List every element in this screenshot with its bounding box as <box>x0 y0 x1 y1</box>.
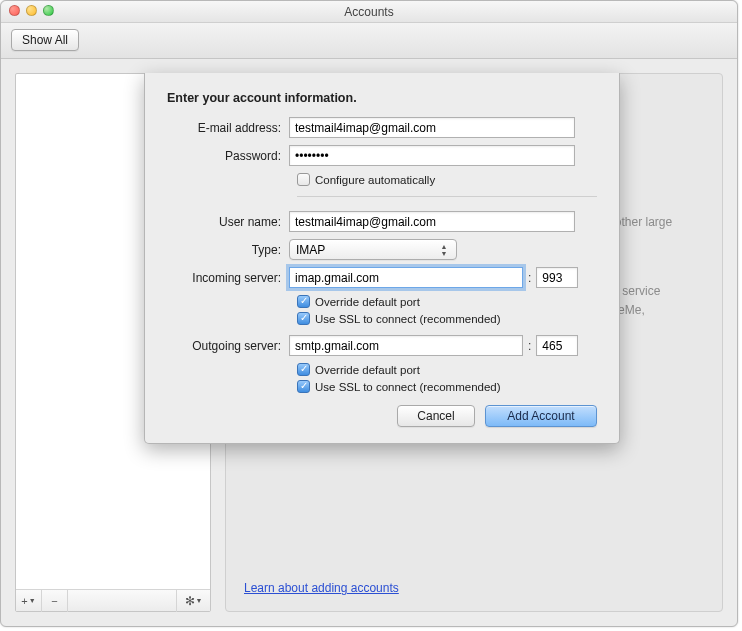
username-field[interactable] <box>289 211 575 232</box>
incoming-server-field[interactable] <box>289 267 523 288</box>
incoming-ssl-label: Use SSL to connect (recommended) <box>315 313 501 325</box>
outgoing-override-port-label: Override default port <box>315 364 420 376</box>
divider <box>297 196 597 197</box>
colon: : <box>528 271 531 285</box>
plus-icon: + <box>21 595 27 607</box>
configure-auto-label: Configure automatically <box>315 174 435 186</box>
incoming-ssl-checkbox[interactable] <box>297 312 310 325</box>
account-setup-sheet: Enter your account information. E-mail a… <box>144 73 620 444</box>
main-panel: To get started, select an account type. … <box>225 73 723 612</box>
chevron-down-icon: ▼ <box>29 597 36 604</box>
gear-icon: ✻ <box>185 594 195 608</box>
titlebar: Accounts <box>1 1 737 23</box>
sheet-heading: Enter your account information. <box>167 91 597 105</box>
outgoing-server-field[interactable] <box>289 335 523 356</box>
outgoing-override-port-checkbox[interactable] <box>297 363 310 376</box>
minimize-icon[interactable] <box>26 5 37 16</box>
zoom-icon[interactable] <box>43 5 54 16</box>
learn-link[interactable]: Learn about adding accounts <box>244 581 399 595</box>
email-label: E-mail address: <box>167 121 289 135</box>
username-label: User name: <box>167 215 289 229</box>
incoming-override-port-checkbox[interactable] <box>297 295 310 308</box>
add-account-button[interactable]: Add Account <box>485 405 597 427</box>
outgoing-ssl-label: Use SSL to connect (recommended) <box>315 381 501 393</box>
close-icon[interactable] <box>9 5 20 16</box>
show-all-button[interactable]: Show All <box>11 29 79 51</box>
remove-account-button[interactable]: − <box>42 590 68 612</box>
password-label: Password: <box>167 149 289 163</box>
type-select[interactable]: IMAP ▲▼ <box>289 239 457 260</box>
window-title: Accounts <box>1 1 737 23</box>
type-label: Type: <box>167 243 289 257</box>
outgoing-label: Outgoing server: <box>167 339 289 353</box>
password-field[interactable] <box>289 145 575 166</box>
colon: : <box>528 339 531 353</box>
cancel-button[interactable]: Cancel <box>397 405 475 427</box>
content: + ▼ − ✻ ▼ To get started, select an acco… <box>1 59 737 626</box>
updown-arrows-icon: ▲▼ <box>436 240 452 259</box>
type-value: IMAP <box>296 243 325 257</box>
add-account-button[interactable]: + ▼ <box>16 590 42 612</box>
incoming-label: Incoming server: <box>167 271 289 285</box>
outgoing-ssl-checkbox[interactable] <box>297 380 310 393</box>
chevron-down-icon: ▼ <box>196 597 203 604</box>
email-field[interactable] <box>289 117 575 138</box>
configure-auto-checkbox[interactable] <box>297 173 310 186</box>
outgoing-port-field[interactable] <box>536 335 578 356</box>
incoming-override-port-label: Override default port <box>315 296 420 308</box>
sidebar-footer: + ▼ − ✻ ▼ <box>16 589 210 611</box>
accounts-window: Accounts Show All + ▼ − ✻ ▼ To get start… <box>0 0 738 627</box>
action-menu-button[interactable]: ✻ ▼ <box>176 590 210 612</box>
incoming-port-field[interactable] <box>536 267 578 288</box>
toolbar: Show All <box>1 23 737 59</box>
traffic-lights <box>9 5 54 16</box>
